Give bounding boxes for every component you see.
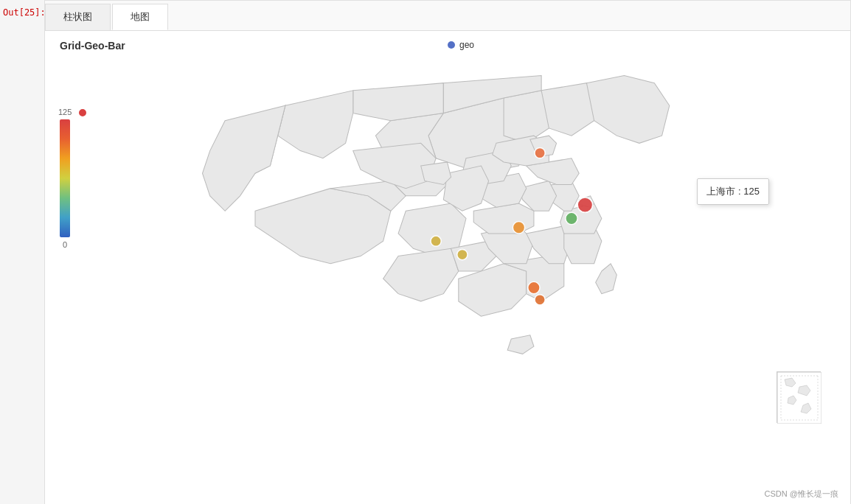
china-map-svg: [89, 60, 843, 482]
city-dot-chengdu: [431, 236, 441, 246]
chart-title: Grid-Geo-Bar: [60, 40, 125, 52]
tooltip-text: 上海市 : 125: [706, 186, 760, 197]
out-label: Out[25]:: [0, 6, 49, 19]
color-scale: 125 0: [58, 108, 72, 249]
legend: geo: [448, 40, 474, 50]
city-dot-shanghai: [577, 197, 592, 212]
scale-value-max: 125: [58, 108, 72, 116]
tabs-bar: 柱状图 地图: [45, 1, 850, 31]
map-container: 上海市 : 125: [89, 60, 843, 482]
city-dot-beijing: [535, 147, 545, 158]
city-dot-chongqing: [457, 249, 468, 259]
watermark: CSDN @惟长堤一痕: [765, 489, 838, 500]
chart-area: Grid-Geo-Bar geo 125 0: [45, 31, 850, 504]
svg-rect-0: [777, 372, 822, 424]
main-container: 柱状图 地图 Grid-Geo-Bar geo 125 0: [44, 0, 851, 504]
sea-inset: [777, 371, 821, 423]
tab-bar-chart[interactable]: 柱状图: [45, 4, 111, 30]
city-dot-shenzhen: [535, 295, 545, 305]
scale-bar: [60, 119, 70, 237]
scale-top-indicator: [77, 108, 88, 118]
tab-map[interactable]: 地图: [112, 4, 168, 30]
city-dot-guangzhou: [528, 281, 540, 293]
scale-value-min: 0: [63, 240, 67, 249]
map-tooltip: 上海市 : 125: [697, 178, 769, 205]
city-dot-wuhan: [513, 222, 524, 234]
city-dot-hangzhou: [566, 212, 577, 224]
legend-label: geo: [459, 40, 474, 50]
legend-dot: [448, 41, 455, 49]
